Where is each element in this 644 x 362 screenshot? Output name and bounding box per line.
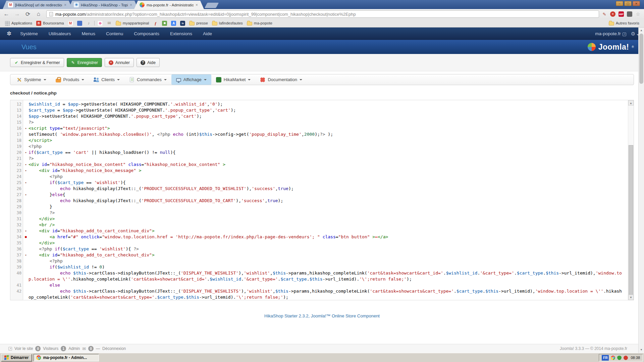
browser-tab[interactable]: ✳HikaShop - HikaShop - Topic:× <box>68 1 138 9</box>
scroll-down-icon[interactable]: ▼ <box>628 295 634 300</box>
bookmark-item[interactable] <box>160 20 169 26</box>
abp-icon[interactable]: ABP <box>619 11 624 17</box>
code-line[interactable]: 17setTimeout( 'window.parent.hikashop.cl… <box>10 131 634 137</box>
code-line[interactable]: 29 } <box>10 204 634 210</box>
other-bookmarks-button[interactable]: Autres favoris <box>607 20 641 26</box>
bookmark-item[interactable]: presse <box>187 20 210 26</box>
code-line[interactable]: 33▾ <div id="hikashop_add_to_cart_contin… <box>10 228 634 234</box>
code-line[interactable]: 21?> <box>10 156 634 162</box>
logout-link[interactable]: Déconnexion <box>102 346 126 351</box>
code-line[interactable]: 31 </div> <box>10 216 634 222</box>
reload-button[interactable]: ⟳ <box>23 10 32 18</box>
taskbar-task-button[interactable]: ma-popote.fr - Admin... <box>34 354 99 361</box>
code-line[interactable]: 24 <?php <box>10 174 634 180</box>
code-line[interactable]: 18</script> <box>10 137 634 143</box>
code-line[interactable]: 34● <a href="#" onclick="window.top.loca… <box>10 234 634 240</box>
extension-icon[interactable] <box>627 11 632 17</box>
alert-tray-icon[interactable] <box>624 356 628 360</box>
tab-close-icon[interactable]: × <box>64 3 66 7</box>
code-line[interactable]: 14$app->setUserState( HIKASHOP_COMPONENT… <box>10 113 634 119</box>
page-scroll-up-icon[interactable]: ▲ <box>639 27 644 33</box>
bookmark-star-icon[interactable]: ☆ <box>635 11 641 17</box>
code-line[interactable]: 12$wishlist_id = $app->getUserState( HIK… <box>10 101 634 107</box>
code-line[interactable]: 36 <?php if($cart_type == 'wishlist'){ ?… <box>10 246 634 252</box>
forward-button[interactable]: → <box>13 10 21 18</box>
code-line[interactable]: 25▾ if($cart_type == 'wishlist'){ <box>10 180 634 186</box>
editor-scrollbar-thumb[interactable] <box>629 145 633 295</box>
code-line[interactable]: 23▾ <div id="hikashop_notice_box_message… <box>10 168 634 174</box>
bookmark-item[interactable]: myappartepinal <box>114 20 151 26</box>
hikashop-menu-clients[interactable]: Clients <box>89 74 124 85</box>
tab-close-icon[interactable]: × <box>130 3 132 7</box>
joomla-nav-item-utilisateurs[interactable]: Utilisateurs <box>43 27 76 40</box>
close-button[interactable]: ✕ <box>633 1 640 6</box>
bookmark-item[interactable]: A <box>169 20 178 26</box>
browser-tab[interactable]: ma-popote.fr - Administration× <box>134 1 204 9</box>
bookmark-item[interactable]: Applications <box>3 20 34 26</box>
joomla-nav-item-systeme[interactable]: Système <box>15 27 43 40</box>
code-editor[interactable]: 12$wishlist_id = $app->getUserState( HIK… <box>10 100 634 300</box>
maximize-button[interactable]: ▢ <box>624 1 632 6</box>
bookmark-item[interactable]: tv <box>178 20 187 26</box>
blocker-icon[interactable]: ✕ <box>610 11 615 17</box>
hikashop-menu-produits[interactable]: Produits <box>51 74 89 85</box>
help-button[interactable]: ?Aide <box>137 58 160 67</box>
home-button[interactable]: ⌂ <box>34 10 43 18</box>
code-line[interactable]: 19<?php <box>10 143 634 149</box>
code-line[interactable]: 30 ?> <box>10 210 634 216</box>
code-line[interactable]: 16▾<script type="text/javascript"> <box>10 125 634 131</box>
back-button[interactable]: ← <box>2 10 11 18</box>
page-scrollbar-thumb[interactable] <box>639 34 643 84</box>
cancel-button[interactable]: ✕Annuler <box>105 58 134 67</box>
tab-close-icon[interactable]: × <box>196 3 198 7</box>
bookmark-item[interactable] <box>96 20 105 26</box>
bookmark-item[interactable] <box>75 20 84 26</box>
code-line[interactable]: 32 <br /> <box>10 222 634 228</box>
joomla-nav-item-extensions[interactable]: Extensions <box>165 27 198 40</box>
hikashop-menu-hikamarket[interactable]: HikaMarket <box>211 74 256 85</box>
bookmark-item[interactable]: ♪ <box>84 20 93 26</box>
hikashop-menu-affichage[interactable]: Affichage <box>171 74 211 85</box>
joomla-nav-item-contenu[interactable]: Contenu <box>101 27 128 40</box>
site-preview-link[interactable]: ma-popote.fr↗ <box>595 31 626 36</box>
page-scrollbar[interactable]: ▲ ▼ <box>638 27 644 353</box>
code-line[interactable]: 13$cart_type = $app->getUserState( HIKAS… <box>10 107 634 113</box>
code-line[interactable]: 38 <?php <box>10 258 634 264</box>
security-tray-icon[interactable] <box>617 356 622 360</box>
bookmark-item[interactable]: ƒ <box>151 20 160 26</box>
bookmark-item[interactable]: ma-popote <box>245 20 274 26</box>
code-line[interactable]: 26 echo hikashop_display(JText::_('PRODU… <box>10 186 634 192</box>
browser-tab[interactable]: M[HikaShop] url de redirection× <box>3 1 72 9</box>
bookmark-item[interactable]: ✉ <box>105 20 114 26</box>
code-line[interactable]: 40 echo $this->cartClass->displayButton(… <box>10 270 634 282</box>
code-line[interactable]: 22▾<div id="hikashop_notice_box_content"… <box>10 162 634 168</box>
code-line[interactable]: 41 else <box>10 282 634 288</box>
code-line[interactable]: 39 if($wishlist_id != 0) <box>10 264 634 270</box>
check-button[interactable]: ✔Enregistrer & Fermer <box>10 58 64 67</box>
hikashop-menu-commandes[interactable]: Commandes <box>124 74 171 85</box>
code-line[interactable]: 28 echo hikashop_display(JText::_('PRODU… <box>10 198 634 204</box>
editor-scrollbar[interactable]: ▲ ▼ <box>628 100 634 300</box>
code-line[interactable]: 37▾ <div id="hikashop_add_to_cart_checko… <box>10 252 634 258</box>
code-line[interactable]: 15?> <box>10 119 634 125</box>
new-tab-button[interactable] <box>205 3 219 8</box>
page-scroll-down-icon[interactable]: ▼ <box>639 347 644 352</box>
code-line[interactable]: 42 echo $this->cartClass->displayButton(… <box>10 288 634 300</box>
start-button[interactable]: Démarrer <box>1 354 32 361</box>
bookmark-item[interactable]: BBoursorama <box>34 20 66 26</box>
view-site-link[interactable]: Voir le site <box>14 346 33 351</box>
code-line[interactable]: 20▾if($cart_type == 'cart' || hikashop_l… <box>10 149 634 156</box>
chrome-tray-icon[interactable] <box>611 356 615 360</box>
annotate-icon[interactable]: ✎ <box>602 11 607 17</box>
joomla-nav-item-composants[interactable]: Composants <box>128 27 165 40</box>
bookmark-item[interactable]: M <box>66 20 75 26</box>
minimize-button[interactable]: – <box>616 1 623 6</box>
hikashop-menu-systeme[interactable]: Système <box>12 74 51 85</box>
hikashop-menu-documentation[interactable]: Documentation <box>255 74 307 85</box>
scroll-up-icon[interactable]: ▲ <box>628 100 634 106</box>
bookmark-item[interactable]: lafindesfautes <box>210 20 245 26</box>
hikashop-footer-link[interactable]: HikaShop Starter 2.3.2, Joomla!™ Online … <box>264 313 380 318</box>
pencil-button[interactable]: ✎Enregistrer <box>67 58 102 67</box>
joomla-nav-item-menus[interactable]: Menus <box>76 27 101 40</box>
taskbar-clock[interactable]: 08:38 <box>630 356 640 360</box>
